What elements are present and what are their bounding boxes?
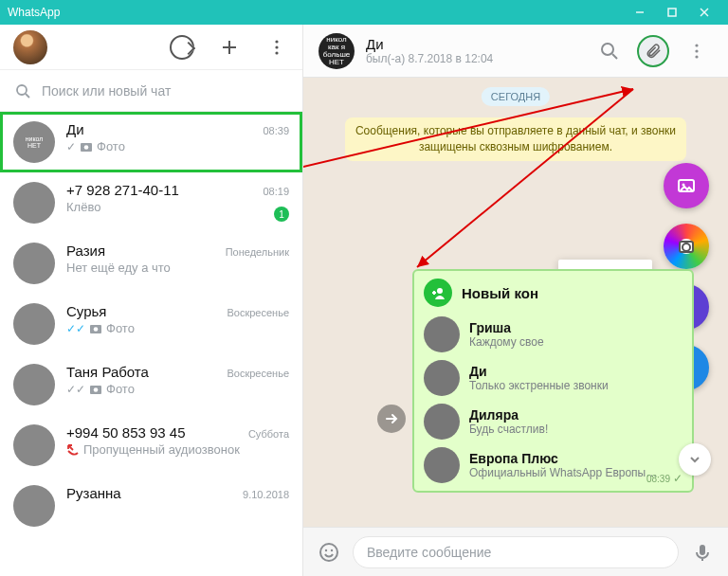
chat-item[interactable]: +7 928 271-40-1108:19 Клёво 1 — [0, 172, 302, 233]
chat-avatar[interactable]: николкак ябольшеНЕТ — [318, 33, 355, 69]
forward-icon[interactable] — [377, 405, 406, 433]
search-placeholder: Поиск или новый чат — [42, 83, 171, 99]
contact-name: Диляра — [469, 407, 548, 423]
attach-icon[interactable] — [637, 35, 669, 67]
chat-item[interactable]: николНЕТ Ди08:39 ✓Фото — [0, 112, 302, 172]
chat-item[interactable]: +994 50 853 93 45Суббота Пропущенный ауд… — [0, 415, 302, 476]
avatar — [13, 303, 55, 345]
avatar — [13, 424, 55, 466]
camera-icon — [89, 384, 102, 395]
svg-rect-36 — [700, 545, 705, 555]
chat-list: николНЕТ Ди08:39 ✓Фото +7 928 271-40-110… — [0, 112, 302, 576]
contact-status: Каждому свое — [469, 335, 544, 349]
svg-point-21 — [695, 55, 698, 58]
messages-area: СЕГОДНЯ Сообщения, которые вы отправляет… — [303, 78, 728, 527]
chat-time: 08:39 — [263, 125, 289, 136]
svg-point-7 — [275, 45, 278, 48]
svg-point-19 — [695, 44, 698, 46]
contact-item[interactable]: Европа Плюс Официальный WhatsApp Европы… — [424, 443, 682, 487]
mic-icon[interactable] — [690, 540, 715, 565]
svg-point-6 — [275, 40, 278, 43]
contact-name: Гриша — [469, 320, 544, 335]
day-chip: СЕГОДНЯ — [482, 87, 550, 106]
sidebar: Поиск или новый чат николНЕТ Ди08:39 ✓Фо… — [0, 25, 303, 576]
contact-status: Будь счастлив! — [469, 423, 548, 436]
svg-point-20 — [695, 49, 698, 52]
window-maximize[interactable] — [656, 0, 688, 25]
panel-title: Новый кон — [462, 285, 538, 301]
composer: Введите сообщение — [303, 527, 728, 576]
chat-name: Таня Работа — [66, 364, 227, 380]
window-title: WhatsApp — [8, 6, 624, 19]
window-close[interactable] — [688, 0, 720, 25]
scroll-to-bottom[interactable] — [679, 443, 711, 476]
avatar — [13, 182, 55, 224]
chat-item[interactable]: Таня РаботаВоскресенье ✓✓Фото — [0, 354, 302, 415]
chat-name: Сурья — [66, 303, 227, 319]
chat-time: 08:19 — [263, 186, 289, 197]
window-minimize[interactable] — [624, 0, 656, 25]
missed-call-icon — [66, 443, 80, 457]
chat-time: 9.10.2018 — [243, 489, 289, 500]
sidebar-header — [0, 25, 302, 70]
svg-point-33 — [320, 544, 337, 561]
chat-name: Рузанна — [66, 485, 243, 501]
attach-gallery-icon[interactable] — [664, 163, 709, 208]
chat-subtitle: ✓✓Фото — [66, 382, 289, 396]
encryption-notice: Сообщения, которые вы отправляете в данн… — [345, 117, 686, 161]
avatar: николНЕТ — [13, 121, 55, 163]
status-icon[interactable] — [170, 35, 194, 60]
search-input[interactable]: Поиск или новый чат — [0, 70, 302, 112]
avatar — [13, 243, 55, 284]
conversation: николкак ябольшеНЕТ Ди был(-а) 8.7.2018 … — [303, 25, 728, 576]
chat-header: николкак ябольшеНЕТ Ди был(-а) 8.7.2018 … — [303, 25, 728, 78]
svg-rect-1 — [668, 9, 676, 16]
chat-time: Понедельник — [226, 246, 289, 258]
svg-line-32 — [417, 89, 633, 267]
emoji-icon[interactable] — [317, 540, 341, 565]
svg-point-14 — [94, 327, 99, 332]
chat-subtitle: ✓✓Фото — [66, 321, 289, 335]
svg-point-17 — [602, 44, 613, 55]
contact-item[interactable]: Ди Только экстренные звонки — [424, 356, 682, 400]
new-chat-icon[interactable] — [217, 35, 242, 60]
menu-icon[interactable] — [264, 35, 289, 60]
camera-icon — [80, 141, 93, 153]
svg-point-34 — [325, 549, 327, 550]
avatar — [424, 360, 460, 396]
contact-status: Только экстренные звонки — [469, 379, 609, 392]
chat-name: +7 928 271-40-11 — [66, 182, 263, 198]
camera-icon — [89, 323, 102, 334]
chat-subtitle: ✓Фото — [66, 139, 289, 153]
chat-item[interactable]: СурьяВоскресенье ✓✓Фото — [0, 294, 302, 354]
chat-time: Воскресенье — [227, 368, 289, 379]
svg-point-8 — [275, 51, 278, 54]
svg-line-18 — [612, 54, 617, 59]
chat-subtitle: Пропущенный аудиозвонок — [66, 442, 289, 457]
attach-camera-icon[interactable] — [664, 224, 709, 269]
header-search-icon[interactable] — [593, 35, 626, 67]
chat-item[interactable]: Рузанна9.10.2018 — [0, 476, 302, 536]
chat-name: Ди — [366, 36, 582, 52]
chat-menu-icon[interactable] — [681, 35, 713, 67]
chat-time: Воскресенье — [227, 307, 289, 318]
unread-badge: 1 — [274, 207, 289, 222]
avatar — [424, 447, 460, 483]
contact-status: Официальный WhatsApp Европы… — [469, 466, 657, 479]
chat-item[interactable]: РазияПонедельник Нет ещё еду а что — [0, 233, 302, 294]
titlebar: WhatsApp — [0, 0, 728, 25]
panel-time: 08:39 ✓ — [646, 472, 682, 485]
contact-name: Ди — [469, 364, 609, 379]
message-input[interactable]: Введите сообщение — [353, 536, 679, 568]
chat-name: Разия — [66, 243, 226, 259]
contact-item[interactable]: Диляра Будь счастлив! — [424, 400, 682, 443]
chat-name: +994 50 853 93 45 — [66, 424, 248, 441]
svg-point-12 — [84, 145, 89, 150]
profile-avatar[interactable] — [13, 30, 47, 64]
search-icon — [15, 83, 30, 99]
svg-line-10 — [26, 94, 29, 98]
chat-subtitle: Клёво — [66, 200, 289, 214]
contact-name: Европа Плюс — [469, 451, 657, 466]
contact-item[interactable]: Гриша Каждому свое — [424, 313, 682, 356]
avatar — [424, 404, 460, 440]
